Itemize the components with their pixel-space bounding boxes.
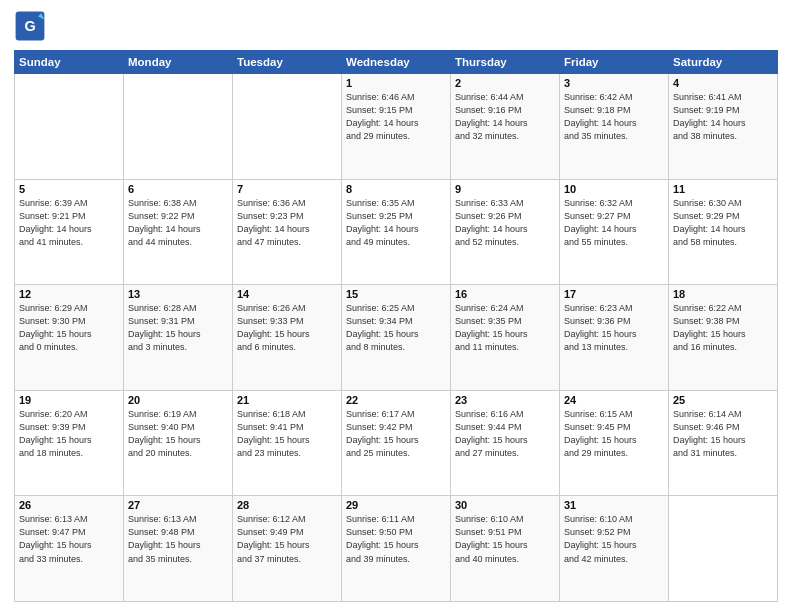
calendar-cell bbox=[233, 74, 342, 180]
calendar-cell: 25Sunrise: 6:14 AM Sunset: 9:46 PM Dayli… bbox=[669, 390, 778, 496]
day-number: 15 bbox=[346, 288, 446, 300]
day-number: 8 bbox=[346, 183, 446, 195]
calendar-cell: 28Sunrise: 6:12 AM Sunset: 9:49 PM Dayli… bbox=[233, 496, 342, 602]
day-number: 5 bbox=[19, 183, 119, 195]
day-info: Sunrise: 6:13 AM Sunset: 9:48 PM Dayligh… bbox=[128, 513, 228, 565]
day-info: Sunrise: 6:17 AM Sunset: 9:42 PM Dayligh… bbox=[346, 408, 446, 460]
day-info: Sunrise: 6:38 AM Sunset: 9:22 PM Dayligh… bbox=[128, 197, 228, 249]
calendar-cell: 18Sunrise: 6:22 AM Sunset: 9:38 PM Dayli… bbox=[669, 285, 778, 391]
calendar-cell: 7Sunrise: 6:36 AM Sunset: 9:23 PM Daylig… bbox=[233, 179, 342, 285]
logo: G bbox=[14, 10, 50, 42]
day-number: 9 bbox=[455, 183, 555, 195]
day-info: Sunrise: 6:20 AM Sunset: 9:39 PM Dayligh… bbox=[19, 408, 119, 460]
calendar-cell: 4Sunrise: 6:41 AM Sunset: 9:19 PM Daylig… bbox=[669, 74, 778, 180]
week-row-4: 19Sunrise: 6:20 AM Sunset: 9:39 PM Dayli… bbox=[15, 390, 778, 496]
week-row-2: 5Sunrise: 6:39 AM Sunset: 9:21 PM Daylig… bbox=[15, 179, 778, 285]
day-info: Sunrise: 6:12 AM Sunset: 9:49 PM Dayligh… bbox=[237, 513, 337, 565]
calendar-cell: 30Sunrise: 6:10 AM Sunset: 9:51 PM Dayli… bbox=[451, 496, 560, 602]
day-header-friday: Friday bbox=[560, 51, 669, 74]
calendar-cell: 15Sunrise: 6:25 AM Sunset: 9:34 PM Dayli… bbox=[342, 285, 451, 391]
calendar-cell: 3Sunrise: 6:42 AM Sunset: 9:18 PM Daylig… bbox=[560, 74, 669, 180]
day-number: 17 bbox=[564, 288, 664, 300]
day-number: 25 bbox=[673, 394, 773, 406]
day-number: 31 bbox=[564, 499, 664, 511]
day-number: 22 bbox=[346, 394, 446, 406]
day-info: Sunrise: 6:10 AM Sunset: 9:52 PM Dayligh… bbox=[564, 513, 664, 565]
day-info: Sunrise: 6:23 AM Sunset: 9:36 PM Dayligh… bbox=[564, 302, 664, 354]
calendar-cell: 22Sunrise: 6:17 AM Sunset: 9:42 PM Dayli… bbox=[342, 390, 451, 496]
day-info: Sunrise: 6:33 AM Sunset: 9:26 PM Dayligh… bbox=[455, 197, 555, 249]
day-number: 13 bbox=[128, 288, 228, 300]
logo-icon: G bbox=[14, 10, 46, 42]
day-number: 3 bbox=[564, 77, 664, 89]
calendar-cell: 13Sunrise: 6:28 AM Sunset: 9:31 PM Dayli… bbox=[124, 285, 233, 391]
day-info: Sunrise: 6:44 AM Sunset: 9:16 PM Dayligh… bbox=[455, 91, 555, 143]
day-info: Sunrise: 6:32 AM Sunset: 9:27 PM Dayligh… bbox=[564, 197, 664, 249]
day-header-thursday: Thursday bbox=[451, 51, 560, 74]
day-info: Sunrise: 6:46 AM Sunset: 9:15 PM Dayligh… bbox=[346, 91, 446, 143]
day-number: 2 bbox=[455, 77, 555, 89]
calendar-header: SundayMondayTuesdayWednesdayThursdayFrid… bbox=[15, 51, 778, 74]
day-info: Sunrise: 6:35 AM Sunset: 9:25 PM Dayligh… bbox=[346, 197, 446, 249]
calendar-cell: 10Sunrise: 6:32 AM Sunset: 9:27 PM Dayli… bbox=[560, 179, 669, 285]
calendar-cell: 9Sunrise: 6:33 AM Sunset: 9:26 PM Daylig… bbox=[451, 179, 560, 285]
day-info: Sunrise: 6:15 AM Sunset: 9:45 PM Dayligh… bbox=[564, 408, 664, 460]
calendar-cell bbox=[15, 74, 124, 180]
day-info: Sunrise: 6:41 AM Sunset: 9:19 PM Dayligh… bbox=[673, 91, 773, 143]
day-info: Sunrise: 6:39 AM Sunset: 9:21 PM Dayligh… bbox=[19, 197, 119, 249]
day-info: Sunrise: 6:10 AM Sunset: 9:51 PM Dayligh… bbox=[455, 513, 555, 565]
day-number: 21 bbox=[237, 394, 337, 406]
day-info: Sunrise: 6:36 AM Sunset: 9:23 PM Dayligh… bbox=[237, 197, 337, 249]
day-number: 18 bbox=[673, 288, 773, 300]
day-number: 16 bbox=[455, 288, 555, 300]
day-number: 11 bbox=[673, 183, 773, 195]
day-number: 10 bbox=[564, 183, 664, 195]
day-info: Sunrise: 6:22 AM Sunset: 9:38 PM Dayligh… bbox=[673, 302, 773, 354]
day-number: 4 bbox=[673, 77, 773, 89]
day-header-saturday: Saturday bbox=[669, 51, 778, 74]
day-info: Sunrise: 6:29 AM Sunset: 9:30 PM Dayligh… bbox=[19, 302, 119, 354]
day-number: 29 bbox=[346, 499, 446, 511]
calendar-cell bbox=[124, 74, 233, 180]
week-row-5: 26Sunrise: 6:13 AM Sunset: 9:47 PM Dayli… bbox=[15, 496, 778, 602]
day-number: 7 bbox=[237, 183, 337, 195]
day-info: Sunrise: 6:19 AM Sunset: 9:40 PM Dayligh… bbox=[128, 408, 228, 460]
day-number: 28 bbox=[237, 499, 337, 511]
day-number: 20 bbox=[128, 394, 228, 406]
day-info: Sunrise: 6:28 AM Sunset: 9:31 PM Dayligh… bbox=[128, 302, 228, 354]
day-header-sunday: Sunday bbox=[15, 51, 124, 74]
calendar-cell: 5Sunrise: 6:39 AM Sunset: 9:21 PM Daylig… bbox=[15, 179, 124, 285]
calendar-cell: 6Sunrise: 6:38 AM Sunset: 9:22 PM Daylig… bbox=[124, 179, 233, 285]
calendar-table: SundayMondayTuesdayWednesdayThursdayFrid… bbox=[14, 50, 778, 602]
calendar-cell: 8Sunrise: 6:35 AM Sunset: 9:25 PM Daylig… bbox=[342, 179, 451, 285]
day-header-wednesday: Wednesday bbox=[342, 51, 451, 74]
day-number: 26 bbox=[19, 499, 119, 511]
calendar-cell: 20Sunrise: 6:19 AM Sunset: 9:40 PM Dayli… bbox=[124, 390, 233, 496]
day-info: Sunrise: 6:14 AM Sunset: 9:46 PM Dayligh… bbox=[673, 408, 773, 460]
calendar-cell: 1Sunrise: 6:46 AM Sunset: 9:15 PM Daylig… bbox=[342, 74, 451, 180]
day-number: 6 bbox=[128, 183, 228, 195]
day-number: 19 bbox=[19, 394, 119, 406]
day-header-tuesday: Tuesday bbox=[233, 51, 342, 74]
day-number: 1 bbox=[346, 77, 446, 89]
day-number: 12 bbox=[19, 288, 119, 300]
calendar-cell: 23Sunrise: 6:16 AM Sunset: 9:44 PM Dayli… bbox=[451, 390, 560, 496]
calendar-cell: 16Sunrise: 6:24 AM Sunset: 9:35 PM Dayli… bbox=[451, 285, 560, 391]
calendar-cell: 21Sunrise: 6:18 AM Sunset: 9:41 PM Dayli… bbox=[233, 390, 342, 496]
week-row-1: 1Sunrise: 6:46 AM Sunset: 9:15 PM Daylig… bbox=[15, 74, 778, 180]
day-info: Sunrise: 6:18 AM Sunset: 9:41 PM Dayligh… bbox=[237, 408, 337, 460]
calendar-cell: 11Sunrise: 6:30 AM Sunset: 9:29 PM Dayli… bbox=[669, 179, 778, 285]
day-info: Sunrise: 6:25 AM Sunset: 9:34 PM Dayligh… bbox=[346, 302, 446, 354]
day-number: 24 bbox=[564, 394, 664, 406]
day-info: Sunrise: 6:30 AM Sunset: 9:29 PM Dayligh… bbox=[673, 197, 773, 249]
day-header-monday: Monday bbox=[124, 51, 233, 74]
day-number: 27 bbox=[128, 499, 228, 511]
day-number: 30 bbox=[455, 499, 555, 511]
page: G SundayMondayTuesdayWednesdayThursdayFr… bbox=[0, 0, 792, 612]
day-number: 23 bbox=[455, 394, 555, 406]
calendar-cell bbox=[669, 496, 778, 602]
calendar-cell: 27Sunrise: 6:13 AM Sunset: 9:48 PM Dayli… bbox=[124, 496, 233, 602]
header-row: SundayMondayTuesdayWednesdayThursdayFrid… bbox=[15, 51, 778, 74]
week-row-3: 12Sunrise: 6:29 AM Sunset: 9:30 PM Dayli… bbox=[15, 285, 778, 391]
calendar-cell: 29Sunrise: 6:11 AM Sunset: 9:50 PM Dayli… bbox=[342, 496, 451, 602]
